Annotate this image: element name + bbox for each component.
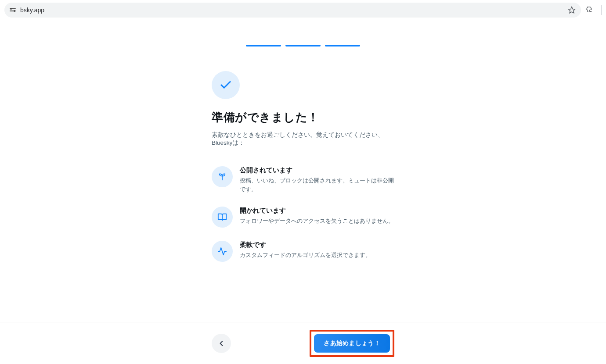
sprout-icon <box>212 166 233 187</box>
book-open-icon <box>212 207 233 228</box>
url-text: bsky.app <box>20 7 44 14</box>
browser-toolbar: bsky.app <box>0 0 606 20</box>
chevron-left-icon <box>217 339 226 348</box>
extensions-icon[interactable] <box>585 6 593 14</box>
feature-title: 開かれています <box>240 207 394 215</box>
feature-desc: 投稿、いいね、ブロックは公開されます。ミュートは非公開です。 <box>240 176 394 193</box>
feature-title: 柔軟です <box>240 241 394 249</box>
onboarding-page: 準備ができました！ 素敵なひとときをお過ごしください。覚えておいてください、Bl… <box>0 20 606 364</box>
activity-icon <box>212 241 233 262</box>
main-content: 準備ができました！ 素敵なひとときをお過ごしください。覚えておいてください、Bl… <box>212 71 394 262</box>
check-icon <box>219 79 232 92</box>
highlighted-action: さあ始めましょう！ <box>310 330 394 357</box>
progress-segment <box>325 45 360 46</box>
progress-segment <box>246 45 281 46</box>
start-button[interactable]: さあ始めましょう！ <box>314 334 390 353</box>
page-subtitle: 素敵なひとときをお過ごしください。覚えておいてください、Blueskyは： <box>212 131 394 147</box>
site-settings-icon[interactable] <box>10 8 16 11</box>
feature-title: 公開されています <box>240 166 394 175</box>
bookmark-star-icon[interactable] <box>568 6 576 14</box>
progress-indicator <box>0 20 606 46</box>
address-bar[interactable]: bsky.app <box>4 3 581 18</box>
feature-item: 柔軟です カスタムフィードのアルゴリズムを選択できます。 <box>212 241 394 262</box>
feature-desc: フォロワーやデータへのアクセスを失うことはありません。 <box>240 217 394 225</box>
svg-marker-0 <box>569 7 575 13</box>
back-button[interactable] <box>212 334 231 353</box>
footer-bar: さあ始めましょう！ <box>0 322 606 364</box>
feature-desc: カスタムフィードのアルゴリズムを選択できます。 <box>240 251 394 260</box>
page-title: 準備ができました！ <box>212 110 394 125</box>
check-badge <box>212 71 240 99</box>
progress-segment <box>285 45 321 46</box>
feature-item: 開かれています フォロワーやデータへのアクセスを失うことはありません。 <box>212 207 394 228</box>
feature-item: 公開されています 投稿、いいね、ブロックは公開されます。ミュートは非公開です。 <box>212 166 394 193</box>
toolbar-divider <box>601 5 602 15</box>
